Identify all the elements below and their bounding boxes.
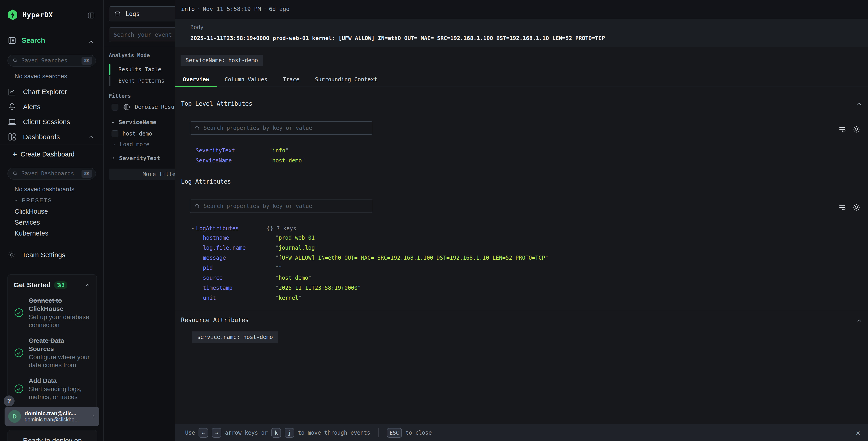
attribute-row[interactable]: source"host-demo" xyxy=(203,273,311,283)
k-key[interactable]: k xyxy=(272,428,281,438)
sidebar-item-alerts[interactable]: Alerts xyxy=(0,100,103,114)
search-icon xyxy=(12,58,18,63)
sidebar-item-client-sessions[interactable]: Client Sessions xyxy=(0,115,103,129)
user-account-button[interactable]: D dominic.tran@clic... dominic.tran@clic… xyxy=(5,407,99,426)
sidebar-item-services[interactable]: Services xyxy=(14,219,40,226)
filter-value-label: host-demo xyxy=(123,130,152,137)
check-circle-icon xyxy=(14,384,24,394)
step-description: Set up your database connection xyxy=(29,313,91,329)
resource-tag[interactable]: service.name: host-demo xyxy=(192,331,278,343)
quote: " xyxy=(545,255,548,261)
arrow-left-key[interactable]: ← xyxy=(198,428,208,438)
chevron-up-icon[interactable] xyxy=(85,282,91,288)
attribute-row[interactable]: pid"" xyxy=(203,263,282,273)
close-icon[interactable]: ✕ xyxy=(856,429,860,437)
deploy-banner[interactable]: Ready to deploy on xyxy=(7,430,97,441)
quote: " xyxy=(269,157,272,164)
sidebar-item-clickhouse[interactable]: ClickHouse xyxy=(14,208,48,215)
help-button[interactable]: ? xyxy=(4,395,14,406)
tab-surrounding-context[interactable]: Surrounding Context xyxy=(307,72,385,87)
saved-searches-input[interactable]: ⌘K xyxy=(7,55,96,66)
dot-separator: · xyxy=(195,6,203,12)
tab-trace[interactable]: Trace xyxy=(275,72,307,87)
plus-icon: + xyxy=(12,150,17,158)
brand[interactable]: HyperDX xyxy=(7,9,53,21)
body-content[interactable]: 2025-11-11T23:58:19+0000 prod-web-01 ker… xyxy=(190,35,605,41)
load-more-button[interactable]: Load more xyxy=(112,141,149,148)
arrow-right-key[interactable]: → xyxy=(212,428,221,438)
caret-down-icon[interactable]: ▾ xyxy=(191,226,194,231)
gear-icon[interactable] xyxy=(852,203,861,212)
filters-label: Filters xyxy=(109,93,131,99)
event-header: info·Nov 11 5:58:19 PM·6d ago xyxy=(175,0,868,19)
event-tabs: Overview Column Values Trace Surrounding… xyxy=(175,72,868,87)
get-started-step[interactable]: Connect to ClickHouse Set up your databa… xyxy=(14,297,91,329)
tree-root-row[interactable]: ▾ LogAttributes {} 7 keys xyxy=(191,224,296,233)
check-circle-icon xyxy=(14,348,24,358)
attribute-row[interactable]: ServiceName"host-demo" xyxy=(195,156,305,165)
j-key[interactable]: j xyxy=(285,428,294,438)
top-level-search-field[interactable] xyxy=(204,125,368,131)
get-started-step[interactable]: Add Data Start sending logs, metrics, or… xyxy=(14,377,91,401)
top-level-search-input[interactable] xyxy=(190,121,372,135)
saved-dashboards-input[interactable]: ⌘K xyxy=(7,168,96,179)
step-title: Create Data Sources xyxy=(29,337,91,353)
attribute-key: timestamp xyxy=(203,285,275,291)
sidebar-item-label: Chart Explorer xyxy=(23,88,67,96)
gear-icon[interactable] xyxy=(852,125,861,134)
chevron-up-icon[interactable] xyxy=(87,38,94,45)
saved-dashboards-field[interactable] xyxy=(22,170,78,177)
tab-overview[interactable]: Overview xyxy=(175,72,217,87)
attribute-key: log.file.name xyxy=(203,245,275,251)
attribute-row[interactable]: timestamp"2025-11-11T23:58:19+0000" xyxy=(203,283,361,293)
chart-explorer-icon xyxy=(7,87,17,96)
wrap-lines-icon[interactable] xyxy=(838,203,846,212)
checkbox[interactable] xyxy=(112,130,118,137)
denoise-results-option[interactable]: Denoise Results xyxy=(112,103,184,111)
event-timestamp: Nov 11 5:58:19 PM xyxy=(203,6,261,12)
attribute-key: pid xyxy=(203,265,275,271)
step-title: Connect to ClickHouse xyxy=(29,297,91,313)
create-dashboard-button[interactable]: + Create Dashboard xyxy=(12,150,74,158)
sidebar-item-kubernetes[interactable]: Kubernetes xyxy=(14,230,48,237)
filter-group-severitytext[interactable]: SeverityText xyxy=(111,155,160,161)
attribute-value: info xyxy=(272,147,285,154)
sidebar-item-dashboards[interactable]: Dashboards xyxy=(0,130,103,144)
saved-searches-field[interactable] xyxy=(22,57,78,64)
sidebar-item-chart-explorer[interactable]: Chart Explorer xyxy=(0,85,103,99)
quote: " xyxy=(278,265,282,271)
event-body-card: Body 2025-11-11T23:58:19+0000 prod-web-0… xyxy=(175,19,868,48)
filter-value-host-demo[interactable]: host-demo xyxy=(112,130,152,137)
log-attributes-search-field[interactable] xyxy=(204,203,368,209)
wrap-lines-icon[interactable] xyxy=(838,125,846,134)
attribute-value: [UFW ALLOW] IN=eth0 OUT= MAC= SRC=192.16… xyxy=(278,255,545,261)
chevron-right-icon xyxy=(112,142,117,147)
sidebar-item-search[interactable]: Search xyxy=(7,36,45,45)
filter-group-label: SeverityText xyxy=(119,155,160,161)
sidebar-item-team-settings[interactable]: Team Settings xyxy=(7,251,65,259)
collapse-sidebar-icon[interactable] xyxy=(87,11,95,19)
chevron-right-icon xyxy=(111,156,116,161)
tab-column-values[interactable]: Column Values xyxy=(217,72,275,87)
filter-group-servicename[interactable]: ServiceName xyxy=(111,119,156,125)
attribute-row[interactable]: hostname"prod-web-01" xyxy=(203,233,318,243)
chevron-up-icon[interactable] xyxy=(88,134,94,140)
search-section-label: Search xyxy=(22,36,45,45)
event-detail-panel: info·Nov 11 5:58:19 PM·6d ago Body 2025-… xyxy=(175,0,868,441)
checkbox[interactable] xyxy=(112,104,118,111)
esc-key[interactable]: ESC xyxy=(387,428,402,438)
servicename-tag[interactable]: ServiceName: host-demo xyxy=(181,55,263,66)
chevron-up-icon[interactable] xyxy=(856,101,863,108)
gear-icon xyxy=(7,251,16,259)
attribute-row[interactable]: log.file.name"journal.log" xyxy=(203,243,318,253)
presets-toggle[interactable]: PRESETS xyxy=(13,197,52,204)
team-settings-label: Team Settings xyxy=(22,251,65,259)
attribute-row[interactable]: unit"kernel" xyxy=(203,293,302,303)
search-icon xyxy=(12,171,18,177)
log-attributes-search-input[interactable] xyxy=(190,200,372,213)
attribute-row[interactable]: message"[UFW ALLOW] IN=eth0 OUT= MAC= SR… xyxy=(203,253,548,263)
get-started-step[interactable]: Create Data Sources Configure where your… xyxy=(14,337,91,369)
quote: " xyxy=(298,295,302,301)
attribute-row[interactable]: SeverityText"info" xyxy=(195,146,289,155)
chevron-up-icon[interactable] xyxy=(856,317,863,324)
